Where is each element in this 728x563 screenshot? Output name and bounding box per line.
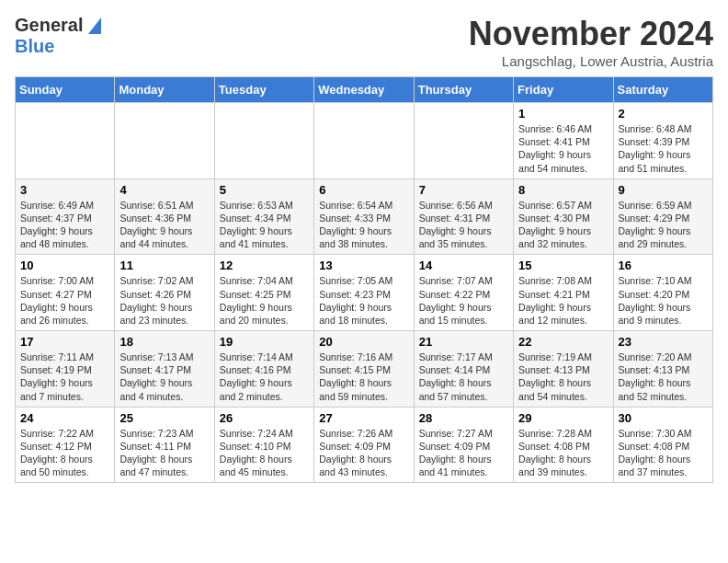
calendar-body: 1Sunrise: 6:46 AM Sunset: 4:41 PM Daylig…: [16, 103, 713, 483]
day-info: Sunrise: 7:04 AM Sunset: 4:25 PM Dayligh…: [220, 274, 309, 327]
calendar-cell: 26Sunrise: 7:24 AM Sunset: 4:10 PM Dayli…: [214, 407, 313, 483]
day-number: 24: [20, 411, 109, 425]
day-number: 26: [220, 411, 309, 425]
calendar-cell: 25Sunrise: 7:23 AM Sunset: 4:11 PM Dayli…: [115, 407, 214, 483]
calendar-cell: 8Sunrise: 6:57 AM Sunset: 4:30 PM Daylig…: [514, 178, 613, 255]
day-info: Sunrise: 7:13 AM Sunset: 4:17 PM Dayligh…: [119, 350, 209, 403]
calendar-cell: 3Sunrise: 6:49 AM Sunset: 4:37 PM Daylig…: [16, 178, 115, 255]
day-info: Sunrise: 7:26 AM Sunset: 4:09 PM Dayligh…: [319, 427, 408, 479]
calendar-cell: 11Sunrise: 7:02 AM Sunset: 4:26 PM Dayli…: [115, 255, 214, 331]
day-number: 17: [20, 335, 109, 349]
day-info: Sunrise: 7:02 AM Sunset: 4:26 PM Dayligh…: [119, 274, 209, 327]
location-title: Langschlag, Lower Austria, Austria: [469, 53, 713, 69]
day-info: Sunrise: 7:14 AM Sunset: 4:16 PM Dayligh…: [220, 350, 309, 403]
calendar-cell: 2Sunrise: 6:48 AM Sunset: 4:39 PM Daylig…: [613, 103, 712, 179]
calendar-cell: [115, 103, 214, 179]
day-number: 15: [518, 259, 608, 272]
day-info: Sunrise: 7:20 AM Sunset: 4:13 PM Dayligh…: [619, 350, 708, 403]
calendar-cell: 27Sunrise: 7:26 AM Sunset: 4:09 PM Dayli…: [314, 407, 414, 483]
calendar-cell: 30Sunrise: 7:30 AM Sunset: 4:08 PM Dayli…: [613, 407, 712, 483]
calendar-cell: 7Sunrise: 6:56 AM Sunset: 4:31 PM Daylig…: [414, 178, 513, 255]
day-number: 23: [619, 335, 708, 349]
day-info: Sunrise: 6:49 AM Sunset: 4:37 PM Dayligh…: [20, 199, 109, 251]
day-number: 30: [619, 411, 708, 425]
calendar-week-row: 24Sunrise: 7:22 AM Sunset: 4:12 PM Dayli…: [16, 407, 713, 483]
day-number: 2: [619, 107, 708, 121]
day-of-week-header: Thursday: [414, 77, 513, 103]
day-number: 14: [419, 259, 508, 272]
calendar-cell: [16, 103, 115, 179]
day-number: 8: [518, 183, 608, 197]
day-info: Sunrise: 6:59 AM Sunset: 4:29 PM Dayligh…: [619, 199, 708, 251]
day-info: Sunrise: 7:27 AM Sunset: 4:09 PM Dayligh…: [419, 427, 508, 479]
day-number: 16: [619, 259, 708, 272]
day-info: Sunrise: 6:53 AM Sunset: 4:34 PM Dayligh…: [220, 199, 309, 251]
day-info: Sunrise: 7:30 AM Sunset: 4:08 PM Dayligh…: [619, 427, 708, 479]
logo-icon: [85, 17, 101, 34]
calendar-cell: 21Sunrise: 7:17 AM Sunset: 4:14 PM Dayli…: [414, 331, 513, 408]
day-info: Sunrise: 7:22 AM Sunset: 4:12 PM Dayligh…: [20, 427, 109, 479]
calendar-cell: 18Sunrise: 7:13 AM Sunset: 4:17 PM Dayli…: [115, 331, 214, 408]
day-info: Sunrise: 6:57 AM Sunset: 4:30 PM Dayligh…: [518, 199, 608, 251]
day-info: Sunrise: 7:24 AM Sunset: 4:10 PM Dayligh…: [220, 427, 309, 479]
calendar-week-row: 3Sunrise: 6:49 AM Sunset: 4:37 PM Daylig…: [16, 178, 713, 255]
day-number: 13: [319, 259, 408, 272]
day-info: Sunrise: 6:56 AM Sunset: 4:31 PM Dayligh…: [419, 199, 508, 251]
day-number: 10: [20, 259, 109, 272]
calendar-cell: 1Sunrise: 6:46 AM Sunset: 4:41 PM Daylig…: [514, 103, 613, 179]
day-info: Sunrise: 7:11 AM Sunset: 4:19 PM Dayligh…: [20, 350, 109, 403]
calendar-cell: [414, 103, 513, 179]
day-of-week-header: Tuesday: [214, 77, 313, 103]
day-info: Sunrise: 6:54 AM Sunset: 4:33 PM Dayligh…: [319, 199, 408, 251]
calendar-cell: 14Sunrise: 7:07 AM Sunset: 4:22 PM Dayli…: [414, 255, 513, 331]
day-info: Sunrise: 7:07 AM Sunset: 4:22 PM Dayligh…: [419, 274, 508, 327]
calendar-cell: 12Sunrise: 7:04 AM Sunset: 4:25 PM Dayli…: [214, 255, 313, 331]
day-of-week-header: Sunday: [16, 77, 115, 103]
calendar-cell: 19Sunrise: 7:14 AM Sunset: 4:16 PM Dayli…: [214, 331, 313, 408]
calendar-cell: 16Sunrise: 7:10 AM Sunset: 4:20 PM Dayli…: [613, 255, 712, 331]
day-number: 1: [518, 107, 608, 121]
calendar-cell: 13Sunrise: 7:05 AM Sunset: 4:23 PM Dayli…: [314, 255, 414, 331]
day-number: 5: [220, 183, 309, 197]
calendar-week-row: 1Sunrise: 6:46 AM Sunset: 4:41 PM Daylig…: [16, 103, 713, 179]
day-of-week-header: Saturday: [613, 77, 712, 103]
calendar-week-row: 10Sunrise: 7:00 AM Sunset: 4:27 PM Dayli…: [16, 255, 713, 331]
calendar-cell: 9Sunrise: 6:59 AM Sunset: 4:29 PM Daylig…: [613, 178, 712, 255]
day-number: 7: [419, 183, 508, 197]
day-number: 18: [119, 335, 209, 349]
day-number: 28: [419, 411, 508, 425]
day-info: Sunrise: 7:10 AM Sunset: 4:20 PM Dayligh…: [619, 274, 708, 327]
calendar-cell: 4Sunrise: 6:51 AM Sunset: 4:36 PM Daylig…: [115, 178, 214, 255]
month-title: November 2024: [469, 15, 713, 53]
calendar-cell: 10Sunrise: 7:00 AM Sunset: 4:27 PM Dayli…: [16, 255, 115, 331]
day-number: 4: [119, 183, 209, 197]
calendar-cell: 28Sunrise: 7:27 AM Sunset: 4:09 PM Dayli…: [414, 407, 513, 483]
day-info: Sunrise: 7:05 AM Sunset: 4:23 PM Dayligh…: [319, 274, 408, 327]
day-number: 9: [619, 183, 708, 197]
day-number: 20: [319, 335, 408, 349]
logo-general-text: General: [15, 15, 83, 36]
calendar-cell: 29Sunrise: 7:28 AM Sunset: 4:08 PM Dayli…: [514, 407, 613, 483]
day-number: 12: [220, 259, 309, 272]
header: General Blue November 2024 Langschlag, L…: [15, 15, 713, 69]
day-info: Sunrise: 7:28 AM Sunset: 4:08 PM Dayligh…: [518, 427, 608, 479]
day-number: 3: [20, 183, 109, 197]
svg-marker-0: [88, 17, 101, 34]
day-number: 21: [419, 335, 508, 349]
day-info: Sunrise: 7:08 AM Sunset: 4:21 PM Dayligh…: [518, 274, 608, 327]
calendar-table: SundayMondayTuesdayWednesdayThursdayFrid…: [15, 76, 713, 483]
logo: General Blue: [15, 15, 101, 57]
calendar-cell: 22Sunrise: 7:19 AM Sunset: 4:13 PM Dayli…: [514, 331, 613, 408]
calendar-cell: 24Sunrise: 7:22 AM Sunset: 4:12 PM Dayli…: [16, 407, 115, 483]
day-info: Sunrise: 7:17 AM Sunset: 4:14 PM Dayligh…: [419, 350, 508, 403]
day-info: Sunrise: 7:00 AM Sunset: 4:27 PM Dayligh…: [20, 274, 109, 327]
calendar-cell: 5Sunrise: 6:53 AM Sunset: 4:34 PM Daylig…: [214, 178, 313, 255]
day-info: Sunrise: 6:46 AM Sunset: 4:41 PM Dayligh…: [518, 122, 608, 175]
title-area: November 2024 Langschlag, Lower Austria,…: [469, 15, 713, 69]
day-of-week-header: Monday: [115, 77, 214, 103]
calendar-header-row: SundayMondayTuesdayWednesdayThursdayFrid…: [16, 77, 713, 103]
calendar-cell: 23Sunrise: 7:20 AM Sunset: 4:13 PM Dayli…: [613, 331, 712, 408]
day-info: Sunrise: 6:48 AM Sunset: 4:39 PM Dayligh…: [619, 122, 708, 175]
day-of-week-header: Wednesday: [314, 77, 414, 103]
calendar-cell: 15Sunrise: 7:08 AM Sunset: 4:21 PM Dayli…: [514, 255, 613, 331]
